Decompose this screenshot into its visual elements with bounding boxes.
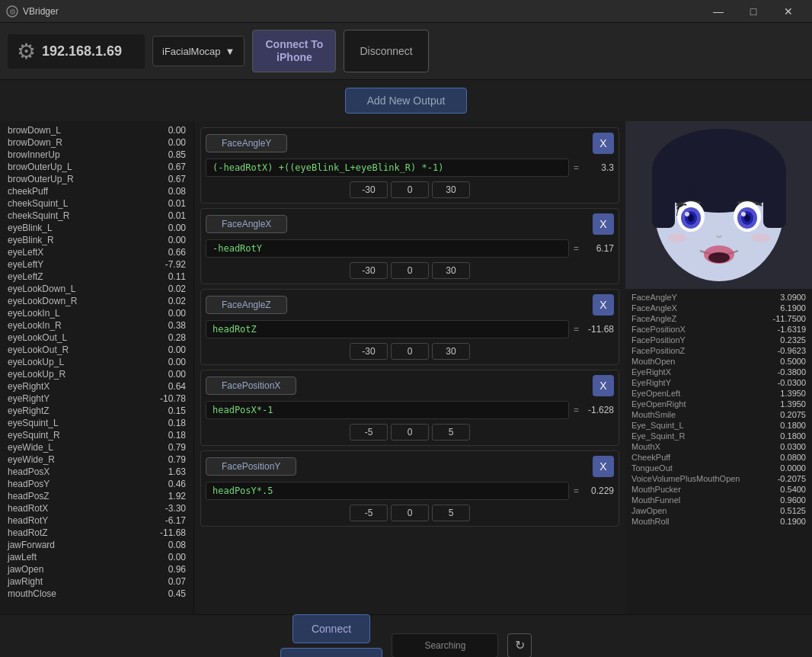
add-output-button[interactable]: Add New Output <box>345 88 468 114</box>
formula-input[interactable] <box>206 482 569 500</box>
stat-value: 0.0000 <box>760 463 806 473</box>
tracking-row: eyeBlink_L0.00 <box>0 222 193 234</box>
stat-value: -0.3800 <box>760 367 806 377</box>
connect-button[interactable]: Connect <box>293 614 370 643</box>
tracking-row: eyeLookDown_R0.02 <box>0 295 193 307</box>
tracking-row: eyeLeftZ0.11 <box>0 271 193 283</box>
range-mid-input[interactable] <box>391 262 429 279</box>
tracking-row: browOuterUp_L0.67 <box>0 161 193 173</box>
toolbar: ⚙ 192.168.1.69 iFacialMocap ▼ Connect To… <box>0 23 812 80</box>
gear-icon: ⚙ <box>17 39 36 64</box>
tracking-value: 1.92 <box>144 491 186 502</box>
refresh-button[interactable]: ↻ <box>507 633 532 658</box>
tracking-name: eyeRightY <box>8 393 50 404</box>
output-close-button[interactable]: X <box>593 213 614 235</box>
stat-name: CheekPuff <box>631 453 670 462</box>
tracking-value: 0.00 <box>144 357 186 367</box>
tracking-row: eyeLeftX0.66 <box>0 246 193 258</box>
stat-value: 1.3950 <box>760 399 806 409</box>
stat-row: FacePositionX-1.6319 <box>631 324 806 335</box>
stat-row: FacePositionY0.2325 <box>631 335 806 345</box>
output-close-button[interactable]: X <box>593 294 614 316</box>
tracking-row: browOuterUp_R0.67 <box>0 173 193 185</box>
stat-name: FaceAngleY <box>631 293 677 302</box>
tracking-value: 0.45 <box>144 588 186 599</box>
tracking-row: headPosX1.63 <box>0 466 193 478</box>
app-icon: ⚙ <box>6 5 18 18</box>
range-mid-input[interactable] <box>391 343 429 360</box>
range-mid-input[interactable] <box>391 181 429 198</box>
formula-input[interactable] <box>206 239 569 258</box>
tracking-name: eyeLookUp_R <box>8 369 66 380</box>
tracking-row: eyeSquint_R0.18 <box>0 429 193 441</box>
output-name-button[interactable]: FacePositionY <box>206 457 296 476</box>
tracking-row: eyeWide_R0.79 <box>0 453 193 466</box>
output-close-button[interactable]: X <box>593 456 614 477</box>
range-mid-input[interactable] <box>391 505 429 521</box>
output-name-button[interactable]: FaceAngleY <box>206 134 287 152</box>
range-max-input[interactable] <box>432 262 470 279</box>
stat-value: -0.9623 <box>760 346 806 355</box>
formula-input[interactable] <box>206 320 569 338</box>
range-row <box>206 505 614 521</box>
tracking-row: eyeWide_L0.79 <box>0 441 193 453</box>
range-min-input[interactable] <box>350 505 388 521</box>
tracking-row: mouthClose0.45 <box>0 588 193 600</box>
svg-point-15 <box>741 212 746 216</box>
svg-rect-5 <box>763 167 786 228</box>
stat-value: -0.0300 <box>760 378 806 387</box>
tracking-name: cheekSquint_R <box>8 210 69 221</box>
output-name-button[interactable]: FaceAngleZ <box>206 296 287 314</box>
tracking-row: browDown_R0.00 <box>0 136 193 149</box>
svg-point-19 <box>752 233 770 242</box>
output-block: FacePositionY X = 0.229 <box>200 450 619 527</box>
stat-row: FacePositionZ-0.9623 <box>631 345 806 356</box>
tracking-row: jawLeft0.00 <box>0 551 193 563</box>
range-max-input[interactable] <box>432 181 470 198</box>
tracking-name: eyeBlink_R <box>8 235 54 245</box>
output-close-button[interactable]: X <box>593 375 614 396</box>
formula-input[interactable] <box>206 159 569 177</box>
tracking-name: eyeLookOut_L <box>8 332 67 343</box>
tracking-name: eyeWide_L <box>8 442 53 453</box>
tracking-row: eyeLookUp_L0.00 <box>0 356 193 368</box>
svg-rect-4 <box>652 167 675 228</box>
stat-name: MouthSmile <box>631 410 676 419</box>
svg-point-10 <box>685 212 689 216</box>
tracking-row: cheekPuff0.08 <box>0 185 193 197</box>
range-max-input[interactable] <box>432 424 470 441</box>
maximize-button[interactable]: □ <box>736 0 771 23</box>
stat-row: MouthSmile0.2075 <box>631 409 806 420</box>
tracking-value: 0.00 <box>144 552 186 562</box>
tracking-value: 0.79 <box>144 442 186 453</box>
start-sending-button[interactable]: Start Sending <box>280 648 383 658</box>
stat-value: 0.2325 <box>760 335 806 345</box>
tracking-value: 0.01 <box>144 210 186 221</box>
tracking-value: 0.08 <box>144 186 186 197</box>
tracking-value: 0.00 <box>144 235 186 245</box>
stat-row: Eye_Squint_L0.1800 <box>631 420 806 431</box>
range-max-input[interactable] <box>432 343 470 360</box>
formula-input[interactable] <box>206 401 569 419</box>
range-min-input[interactable] <box>350 424 388 441</box>
stat-row: VoiceVolumePlusMouthOpen-0.2075 <box>631 473 806 484</box>
connect-iphone-button[interactable]: Connect To iPhone <box>252 30 336 72</box>
range-min-input[interactable] <box>350 343 388 360</box>
tracking-value: 0.67 <box>144 162 186 172</box>
close-button[interactable]: ✕ <box>771 0 806 23</box>
range-max-input[interactable] <box>432 505 470 521</box>
tracking-value: -6.17 <box>144 515 186 526</box>
output-close-button[interactable]: X <box>593 133 614 154</box>
range-min-input[interactable] <box>350 262 388 279</box>
stat-row: MouthFunnel0.9600 <box>631 495 806 505</box>
range-min-input[interactable] <box>350 181 388 198</box>
source-dropdown[interactable]: iFacialMocap ▼ <box>152 36 245 66</box>
disconnect-button[interactable]: Disconnect <box>344 30 428 72</box>
stat-value: 0.1800 <box>760 421 806 430</box>
output-name-button[interactable]: FacePositionX <box>206 377 296 395</box>
minimize-button[interactable]: — <box>701 0 736 23</box>
output-name-button[interactable]: FaceAngleX <box>206 215 287 233</box>
tracking-value: 0.07 <box>144 576 186 587</box>
title-bar-left: ⚙ VBridger <box>6 5 59 18</box>
range-mid-input[interactable] <box>391 424 429 441</box>
